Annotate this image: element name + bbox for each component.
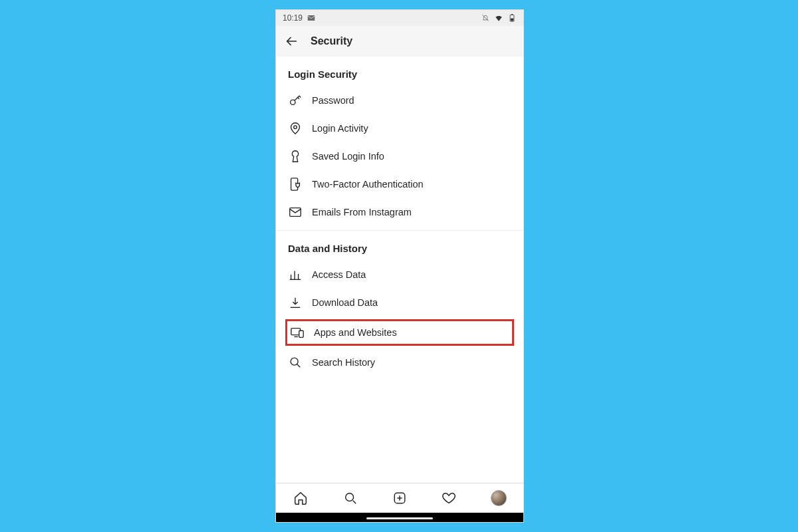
svg-rect-2 xyxy=(511,14,513,15)
phone-frame: 10:19 Security Login Security xyxy=(275,9,524,523)
search-icon xyxy=(288,355,303,370)
row-label: Apps and Websites xyxy=(314,327,397,338)
back-button[interactable] xyxy=(284,34,299,49)
envelope-icon xyxy=(288,205,303,219)
devices-icon xyxy=(290,325,305,340)
row-label: Two-Factor Authentication xyxy=(312,179,511,190)
row-label: Search History xyxy=(312,357,511,368)
row-apps-and-websites[interactable]: Apps and Websites xyxy=(285,319,514,346)
status-left: 10:19 xyxy=(283,13,316,23)
status-right xyxy=(481,13,517,23)
battery-icon xyxy=(507,13,517,23)
gesture-bar xyxy=(276,513,523,522)
svg-point-4 xyxy=(291,100,295,104)
row-access-data[interactable]: Access Data xyxy=(276,261,523,289)
row-two-factor-auth[interactable]: Two-Factor Authentication xyxy=(276,170,523,198)
mail-icon xyxy=(307,13,316,23)
row-label: Download Data xyxy=(312,297,511,308)
bell-off-icon xyxy=(481,13,490,23)
nav-create[interactable] xyxy=(375,483,424,513)
svg-point-5 xyxy=(294,126,297,129)
row-download-data[interactable]: Download Data xyxy=(276,289,523,317)
section-login-security: Login Security Password Login Activity S… xyxy=(276,57,523,231)
row-label: Saved Login Info xyxy=(312,151,511,162)
row-label: Password xyxy=(312,95,511,106)
row-password[interactable]: Password xyxy=(276,86,523,114)
phone-shield-icon xyxy=(288,177,303,192)
bar-chart-icon xyxy=(288,267,303,282)
wifi-icon xyxy=(494,13,503,23)
settings-content: Login Security Password Login Activity S… xyxy=(276,57,523,483)
nav-home[interactable] xyxy=(276,483,325,513)
nav-profile[interactable] xyxy=(474,483,523,513)
location-pin-icon xyxy=(288,121,303,136)
row-label: Access Data xyxy=(312,269,511,280)
svg-point-10 xyxy=(291,358,298,365)
bottom-nav xyxy=(276,483,523,513)
svg-rect-9 xyxy=(299,331,303,337)
svg-point-11 xyxy=(345,493,353,501)
svg-rect-7 xyxy=(290,208,301,217)
nav-activity[interactable] xyxy=(424,483,473,513)
download-icon xyxy=(288,295,303,310)
section-data-history: Data and History Access Data Download Da… xyxy=(276,231,523,380)
nav-search[interactable] xyxy=(325,483,374,513)
svg-rect-3 xyxy=(511,19,513,21)
row-search-history[interactable]: Search History xyxy=(276,348,523,376)
row-label: Emails From Instagram xyxy=(312,207,511,217)
section-title-login-security: Login Security xyxy=(276,66,523,86)
row-login-activity[interactable]: Login Activity xyxy=(276,114,523,142)
status-bar: 10:19 xyxy=(276,10,523,26)
keyhole-icon xyxy=(288,149,303,164)
section-title-data-history: Data and History xyxy=(276,240,523,261)
row-label: Login Activity xyxy=(312,123,511,134)
page-title: Security xyxy=(311,35,352,47)
key-icon xyxy=(288,93,303,108)
row-saved-login-info[interactable]: Saved Login Info xyxy=(276,142,523,170)
status-time: 10:19 xyxy=(283,13,303,23)
svg-rect-0 xyxy=(308,15,315,21)
row-emails-from-instagram[interactable]: Emails From Instagram xyxy=(276,198,523,226)
title-bar: Security xyxy=(276,26,523,57)
avatar xyxy=(491,490,507,506)
